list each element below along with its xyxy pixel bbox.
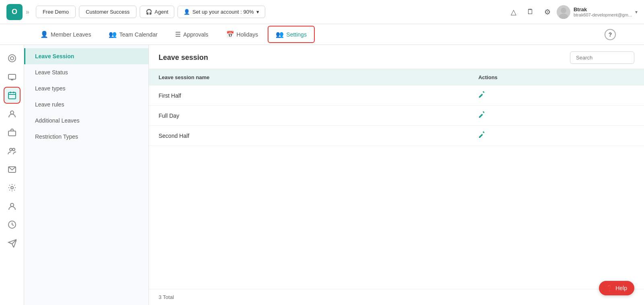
cell-name: Second Half xyxy=(149,126,469,146)
free-demo-button[interactable]: Free Demo xyxy=(36,6,76,18)
user-name: Btrak xyxy=(574,6,632,12)
navbar: 👤 Member Leaves 👥 Team Calendar ☰ Approv… xyxy=(0,24,644,45)
svg-point-3 xyxy=(10,57,14,60)
edit-icon[interactable] xyxy=(478,111,485,119)
sidebar-icon-briefcase[interactable] xyxy=(4,124,21,141)
settings-icon: 👥 xyxy=(276,31,284,38)
sidebar-icon-dashboard[interactable] xyxy=(4,50,21,67)
user-menu[interactable]: Btrak btrak607-development@gm... ▾ xyxy=(557,5,638,19)
col-header-name: Leave session name xyxy=(149,69,469,86)
sidebar-icon-send[interactable] xyxy=(4,235,21,252)
help-circle-icon: ❓ xyxy=(606,285,613,291)
svg-point-15 xyxy=(11,186,13,189)
nav-settings-label: Settings xyxy=(286,31,307,38)
cell-name: First Half xyxy=(149,86,469,106)
agent-label: Agent xyxy=(155,9,168,15)
icon-sidebar xyxy=(0,45,24,305)
sidebar-item-leave-status[interactable]: Leave Status xyxy=(24,64,149,80)
sidebar-icon-settings[interactable] xyxy=(4,179,21,196)
team-calendar-icon: 👥 xyxy=(109,31,117,38)
document-icon[interactable]: 🗒 xyxy=(524,6,537,18)
sidebar-icon-tv[interactable] xyxy=(4,68,21,85)
nav-team-calendar-label: Team Calendar xyxy=(119,31,157,38)
user-info: Btrak btrak607-development@gm... xyxy=(574,6,632,17)
svg-point-16 xyxy=(10,203,14,207)
setup-chevron-icon: ▾ xyxy=(256,9,259,15)
nav-holidays-label: Holidays xyxy=(237,31,258,38)
nav-member-leaves-label: Member Leaves xyxy=(51,31,91,38)
cell-name: Full Day xyxy=(149,106,469,126)
user-dropdown-icon: ▾ xyxy=(635,9,638,15)
sidebar-item-additional-leaves[interactable]: Additional Leaves xyxy=(24,113,149,129)
table-header-row: Leave session name Actions xyxy=(149,69,644,86)
svg-point-12 xyxy=(10,148,12,151)
content-header: Leave session xyxy=(149,45,644,69)
edit-icon[interactable] xyxy=(478,131,485,139)
logo-text: O xyxy=(12,8,17,16)
cell-actions xyxy=(469,126,644,146)
setup-button[interactable]: 👤 Set up your account : 90% ▾ xyxy=(178,6,265,18)
app-logo[interactable]: O xyxy=(6,4,23,20)
nav-holidays[interactable]: 📅 Holidays xyxy=(218,26,266,43)
help-circle-button[interactable]: ? xyxy=(605,29,616,40)
holidays-icon: 📅 xyxy=(226,31,234,38)
cell-actions xyxy=(469,106,644,126)
main-content: Leave session Leave session name Actions… xyxy=(149,45,644,305)
leave-session-table: Leave session name Actions First Half Fu… xyxy=(149,69,644,146)
nav-team-calendar[interactable]: 👥 Team Calendar xyxy=(101,26,165,43)
svg-rect-4 xyxy=(8,74,16,79)
sidebar-icon-group[interactable] xyxy=(4,142,21,159)
nav-approvals[interactable]: ☰ Approvals xyxy=(167,26,216,43)
sidebar-item-leave-types[interactable]: Leave types xyxy=(24,80,149,96)
svg-rect-11 xyxy=(8,131,16,136)
customer-success-button[interactable]: Customer Success xyxy=(79,6,136,18)
table-footer: 3 Total xyxy=(149,289,644,305)
member-leaves-icon: 👤 xyxy=(40,31,48,38)
approvals-icon: ☰ xyxy=(175,31,181,38)
help-label: Help xyxy=(615,285,627,291)
table-row: Full Day xyxy=(149,106,644,126)
user-email: btrak607-development@gm... xyxy=(574,12,632,17)
svg-point-1 xyxy=(559,14,568,19)
avatar xyxy=(557,5,570,19)
svg-point-2 xyxy=(8,55,16,62)
setup-label: Set up your account : 90% xyxy=(192,9,254,15)
nav-settings[interactable]: 👥 Settings xyxy=(268,26,315,43)
svg-point-13 xyxy=(12,148,15,151)
nav-member-leaves[interactable]: 👤 Member Leaves xyxy=(32,26,99,43)
svg-rect-6 xyxy=(8,92,16,99)
table-total: 3 Total xyxy=(159,294,174,300)
sidebar-item-leave-session[interactable]: Leave Session xyxy=(24,48,149,64)
cell-actions xyxy=(469,86,644,106)
svg-point-10 xyxy=(10,111,14,114)
search-input[interactable] xyxy=(570,51,634,64)
sidebar-item-restriction-types[interactable]: Restriction Types xyxy=(24,129,149,145)
main-layout: Leave Session Leave Status Leave types L… xyxy=(0,45,644,305)
svg-point-0 xyxy=(561,8,566,13)
sidebar-icon-mail[interactable] xyxy=(4,161,21,178)
sidebar-icon-user2[interactable] xyxy=(4,198,21,215)
nav-approvals-label: Approvals xyxy=(183,31,208,38)
agent-icon: 🎧 xyxy=(146,9,152,15)
topbar-icon-group: △ 🗒 ⚙ xyxy=(508,6,553,18)
table-container: Leave session name Actions First Half Fu… xyxy=(149,69,644,289)
col-header-actions: Actions xyxy=(469,69,644,86)
secondary-sidebar: Leave Session Leave Status Leave types L… xyxy=(24,45,149,305)
topbar: O » Free Demo Customer Success 🎧 Agent 👤… xyxy=(0,0,644,24)
gear-icon[interactable]: ⚙ xyxy=(541,6,553,18)
sidebar-icon-clock[interactable] xyxy=(4,216,21,233)
sidebar-icon-person[interactable] xyxy=(4,105,21,122)
agent-button[interactable]: 🎧 Agent xyxy=(140,6,174,18)
help-button[interactable]: ❓ Help xyxy=(599,281,634,295)
table-row: First Half xyxy=(149,86,644,106)
chevron-icon: » xyxy=(26,8,29,16)
table-row: Second Half xyxy=(149,126,644,146)
alert-icon[interactable]: △ xyxy=(508,6,520,18)
content-title: Leave session xyxy=(159,53,208,62)
sidebar-item-leave-rules[interactable]: Leave rules xyxy=(24,96,149,113)
edit-icon[interactable] xyxy=(478,91,485,98)
setup-person-icon: 👤 xyxy=(184,9,190,15)
sidebar-icon-calendar[interactable] xyxy=(4,87,21,104)
